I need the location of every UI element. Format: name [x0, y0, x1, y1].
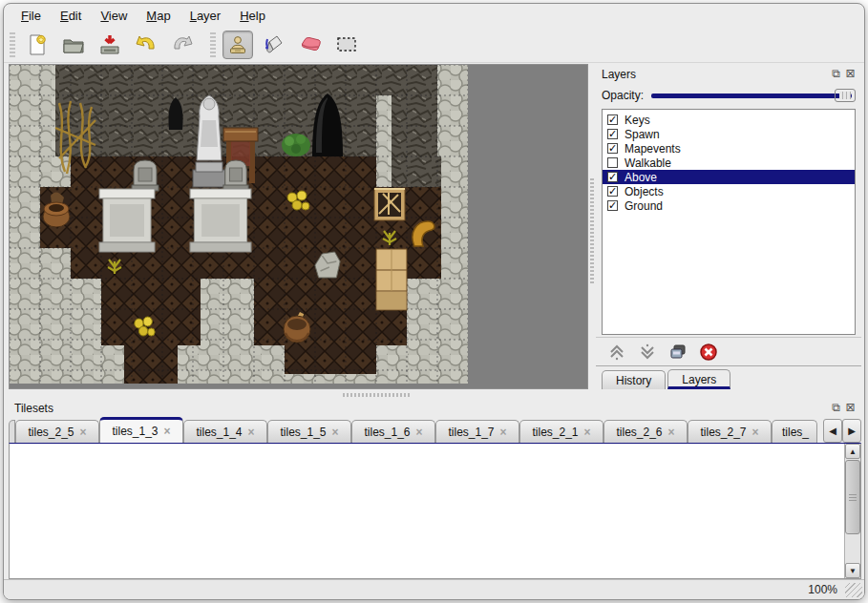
tileset-vertical-scrollbar[interactable]: ▲ ▼	[844, 444, 860, 578]
undo-icon	[134, 33, 159, 56]
scroll-up-button[interactable]: ▲	[845, 444, 860, 459]
tileset-tab-partial-right[interactable]: tiles_	[772, 420, 817, 443]
map-canvas[interactable]	[10, 65, 468, 384]
select-tool-button[interactable]	[331, 31, 362, 59]
layer-checkbox[interactable]: ✓	[607, 143, 618, 154]
close-tab-icon[interactable]: ×	[584, 426, 591, 439]
close-tab-icon[interactable]: ×	[80, 426, 87, 439]
close-panel-icon[interactable]: ⊠	[843, 402, 857, 414]
scroll-down-button[interactable]: ▼	[845, 563, 860, 578]
new-map-button[interactable]	[22, 31, 53, 59]
layer-checkbox[interactable]	[607, 157, 618, 168]
undo-button[interactable]	[131, 31, 161, 59]
scroll-tabs-right-button[interactable]: ▶	[842, 419, 861, 443]
opacity-slider[interactable]	[651, 88, 856, 103]
tab-history[interactable]: History	[602, 370, 666, 389]
cabinet-object	[376, 249, 407, 310]
layer-row-spawn[interactable]: ✓ Spawn	[603, 127, 855, 141]
tileset-tab[interactable]: tiles_2_7×	[688, 420, 772, 443]
scrollbar-thumb[interactable]	[845, 460, 860, 534]
close-tab-icon[interactable]: ×	[668, 426, 675, 439]
close-tab-icon[interactable]: ×	[248, 426, 255, 439]
delete-layer-button[interactable]	[699, 343, 718, 362]
tilesets-panel-titlebar: Tilesets ⧉ ⊠	[9, 399, 861, 417]
tileset-tab-active[interactable]: tiles_1_3×	[99, 417, 183, 443]
layer-checkbox[interactable]: ✓	[607, 114, 618, 125]
menu-help[interactable]: Help	[230, 6, 275, 26]
scroll-tabs-left-button[interactable]: ◀	[823, 419, 842, 443]
stamp-tool-button[interactable]	[222, 31, 253, 59]
close-tab-icon[interactable]: ×	[164, 425, 171, 438]
tileset-tab-partial-left[interactable]	[9, 420, 15, 443]
resize-grip[interactable]	[845, 583, 862, 597]
altar-object	[99, 189, 155, 252]
layer-label: Ground	[625, 199, 663, 213]
tileset-tile-area[interactable]	[11, 445, 843, 577]
layer-checkbox[interactable]: ✓	[607, 186, 618, 197]
menu-bar: File Edit View Map Layer Help	[4, 4, 864, 28]
layer-row-keys[interactable]: ✓ Keys	[603, 113, 855, 127]
tileset-tab[interactable]: tiles_1_6×	[351, 420, 435, 443]
splitter-grip	[590, 178, 594, 283]
eraser-icon	[298, 34, 323, 55]
layer-checkbox[interactable]: ✓	[607, 129, 618, 139]
menu-layer[interactable]: Layer	[180, 6, 231, 26]
tileset-tab-bar: tiles_2_5× tiles_1_3× tiles_1_4× tiles_1…	[9, 417, 861, 443]
toolbar-handle[interactable]	[10, 32, 15, 57]
stamp-tool-icon	[227, 34, 248, 55]
altar-object	[190, 189, 251, 252]
layer-checkbox[interactable]: ✓	[607, 172, 618, 182]
tilesets-panel-title: Tilesets	[14, 402, 829, 415]
tileset-tab[interactable]: tiles_2_6×	[603, 420, 688, 443]
tileset-tab[interactable]: tiles_1_7×	[435, 420, 519, 443]
tab-layers[interactable]: Layers	[667, 369, 730, 389]
menu-view[interactable]: View	[91, 6, 137, 26]
toolbar-handle-2[interactable]	[210, 32, 216, 57]
open-map-button[interactable]	[58, 31, 89, 59]
layer-row-mapevents[interactable]: ✓ Mapevents	[603, 141, 855, 156]
tileset-tab[interactable]: tiles_2_1×	[519, 420, 603, 443]
vertical-splitter[interactable]	[588, 64, 596, 389]
redo-button[interactable]	[167, 31, 198, 59]
close-tab-icon[interactable]: ×	[752, 426, 759, 439]
opacity-slider-handle[interactable]	[835, 89, 856, 102]
zoom-level: 100%	[808, 583, 837, 596]
crate-object	[374, 189, 405, 220]
splitter-grip	[343, 393, 410, 397]
tileset-tab[interactable]: tiles_1_5×	[267, 420, 351, 443]
move-layer-up-button[interactable]	[607, 343, 626, 361]
horizontal-splitter[interactable]	[4, 390, 864, 399]
float-panel-icon[interactable]: ⧉	[829, 402, 843, 414]
save-map-button[interactable]	[95, 31, 125, 59]
duplicate-layer-button[interactable]	[668, 343, 688, 361]
float-panel-icon[interactable]: ⧉	[829, 68, 843, 80]
map-canvas-viewport[interactable]	[9, 64, 588, 389]
layer-checkbox[interactable]: ✓	[607, 200, 618, 211]
tombstone-object	[132, 160, 159, 191]
toolbar	[4, 28, 864, 63]
move-layer-down-button[interactable]	[638, 343, 657, 361]
tileset-tab[interactable]: tiles_1_4×	[183, 420, 267, 443]
tileset-body: ▲ ▼	[9, 443, 861, 579]
bush-object	[282, 134, 310, 156]
close-tab-icon[interactable]: ×	[416, 426, 423, 439]
layer-label: Above	[625, 171, 657, 184]
close-tab-icon[interactable]: ×	[500, 426, 507, 439]
layer-row-above[interactable]: ✓ Above	[603, 170, 855, 184]
opacity-label: Opacity:	[602, 89, 644, 102]
menu-file[interactable]: File	[11, 6, 51, 26]
tab-scroll-buttons: ◀ ▶	[823, 419, 861, 443]
fill-bucket-icon	[263, 33, 286, 56]
layer-list: ✓ Keys ✓ Spawn ✓ Mapevents Walkable ✓ Ab…	[602, 109, 856, 335]
open-folder-icon	[62, 33, 85, 56]
layer-row-ground[interactable]: ✓ Ground	[603, 198, 855, 213]
eraser-tool-button[interactable]	[295, 31, 326, 59]
tileset-tab[interactable]: tiles_2_5×	[15, 420, 99, 443]
layer-row-walkable[interactable]: Walkable	[603, 156, 855, 170]
layer-row-objects[interactable]: ✓ Objects	[603, 184, 855, 198]
menu-edit[interactable]: Edit	[51, 6, 91, 26]
menu-map[interactable]: Map	[137, 6, 180, 26]
close-panel-icon[interactable]: ⊠	[843, 68, 857, 80]
close-tab-icon[interactable]: ×	[332, 426, 339, 439]
fill-tool-button[interactable]	[259, 31, 289, 59]
